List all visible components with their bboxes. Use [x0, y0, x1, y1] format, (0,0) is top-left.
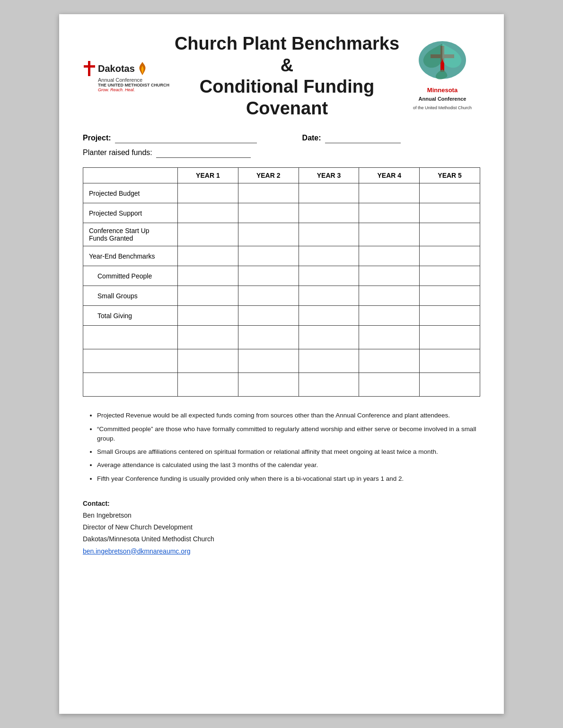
col-header-year3: YEAR 3: [299, 168, 359, 183]
minnesota-conf-logo-icon: [414, 41, 471, 84]
col-header-year5: YEAR 5: [420, 168, 480, 183]
contact-org: Dakotas/Minnesota United Methodist Churc…: [83, 533, 480, 545]
cell-pb-y2[interactable]: [238, 183, 299, 203]
cell-sg-y5[interactable]: [420, 286, 480, 306]
dakotas-name: Dakotas: [98, 64, 135, 73]
note-item: “Committed people” are those who have fo…: [97, 425, 480, 444]
table-row: Projected Support: [83, 203, 480, 223]
annual-conf-label: Annual Conference: [98, 77, 142, 83]
note-item: Small Groups are affiliations centered o…: [97, 447, 480, 457]
table-row: [83, 326, 480, 349]
cell-cp-y2[interactable]: [238, 266, 299, 286]
planter-label: Planter raised funds:: [83, 148, 152, 157]
cell-cs-y3[interactable]: [299, 223, 359, 246]
table-row: [83, 373, 480, 397]
cell-cs-y4[interactable]: [359, 223, 420, 246]
cell-yeb-y1[interactable]: [178, 246, 238, 266]
contact-name: Ben Ingebretson: [83, 510, 480, 521]
cell-ps-y5[interactable]: [420, 203, 480, 223]
umc-cross-flame-icon: [83, 60, 96, 77]
cell-sg-y3[interactable]: [299, 286, 359, 306]
cell-pb-y1[interactable]: [178, 183, 238, 203]
contact-email[interactable]: ben.ingebretson@dkmnareaumc.org: [83, 547, 190, 555]
cell-yeb-y5[interactable]: [420, 246, 480, 266]
grow-line: Grow. Reach. Heal.: [98, 87, 135, 92]
cell-tg-y3[interactable]: [299, 306, 359, 326]
col-header-year4: YEAR 4: [359, 168, 420, 183]
col-header-label: [83, 168, 178, 183]
date-input[interactable]: [325, 133, 401, 143]
cell-tg-y1[interactable]: [178, 306, 238, 326]
umc-line: THE UNITED METHODIST CHURCH: [98, 83, 169, 87]
cell-cs-y5[interactable]: [420, 223, 480, 246]
project-input[interactable]: [115, 133, 257, 143]
table-row: [83, 349, 480, 373]
cell-tg-y4[interactable]: [359, 306, 420, 326]
mn-conf-name: Minnesota: [427, 87, 457, 94]
planter-input[interactable]: [156, 148, 251, 158]
contact-title: Director of New Church Development: [83, 521, 480, 533]
cell-pb-y3[interactable]: [299, 183, 359, 203]
cell-sg-y4[interactable]: [359, 286, 420, 306]
cell-ps-y4[interactable]: [359, 203, 420, 223]
table-row: Committed People: [83, 266, 480, 286]
cell-cs-y1[interactable]: [178, 223, 238, 246]
dakotas-logo-area: Dakotas Annual Conference THE UNITED MET…: [83, 60, 169, 92]
dakotas-logo: Dakotas Annual Conference THE UNITED MET…: [83, 60, 169, 92]
table-row: Projected Budget: [83, 183, 480, 203]
cell-yeb-y2[interactable]: [238, 246, 299, 266]
cell-sg-y2[interactable]: [238, 286, 299, 306]
cell-ps-y1[interactable]: [178, 203, 238, 223]
cell-cp-y3[interactable]: [299, 266, 359, 286]
cell-tg-y5[interactable]: [420, 306, 480, 326]
minnesota-logo-area: Minnesota Annual Conference of the Unite…: [405, 41, 480, 111]
contact-label: Contact:: [83, 500, 110, 507]
col-header-year2: YEAR 2: [238, 168, 299, 183]
header: Dakotas Annual Conference THE UNITED MET…: [83, 33, 480, 119]
row-projected-budget: Projected Budget: [83, 183, 178, 203]
table-row: Small Groups: [83, 286, 480, 306]
mn-annual-conf: Annual Conference: [419, 96, 466, 102]
cell-sg-y1[interactable]: [178, 286, 238, 306]
col-header-year1: YEAR 1: [178, 168, 238, 183]
cell-cp-y4[interactable]: [359, 266, 420, 286]
note-item: Average attendance is calculated using t…: [97, 460, 480, 470]
row-projected-support: Projected Support: [83, 203, 178, 223]
cell-yeb-y4[interactable]: [359, 246, 420, 266]
table-row: Year-End Benchmarks: [83, 246, 480, 266]
document-title: Church Plant Benchmarks & Conditional Fu…: [169, 33, 405, 119]
note-item: Projected Revenue would be all expected …: [97, 411, 480, 420]
document-page: Dakotas Annual Conference THE UNITED MET…: [59, 14, 504, 714]
svg-rect-1: [84, 65, 95, 68]
flame-icon: [137, 61, 148, 76]
project-label: Project:: [83, 134, 111, 142]
project-date-row: Project: Date:: [83, 133, 480, 143]
cell-yeb-y3[interactable]: [299, 246, 359, 266]
table-row: Total Giving: [83, 306, 480, 326]
cell-ps-y2[interactable]: [238, 203, 299, 223]
table-row: Conference Start UpFunds Granted: [83, 223, 480, 246]
row-conf-startup: Conference Start UpFunds Granted: [83, 223, 178, 246]
row-year-end-benchmarks: Year-End Benchmarks: [83, 246, 178, 266]
row-committed-people: Committed People: [83, 266, 178, 286]
mn-conf-subtitle: of the United Methodist Church: [413, 105, 472, 110]
cell-pb-y4[interactable]: [359, 183, 420, 203]
cell-cs-y2[interactable]: [238, 223, 299, 246]
benchmarks-table: YEAR 1 YEAR 2 YEAR 3 YEAR 4 YEAR 5 Proje…: [83, 167, 480, 397]
contact-section: Contact: Ben Ingebretson Director of New…: [83, 498, 480, 557]
row-small-groups: Small Groups: [83, 286, 178, 306]
cell-tg-y2[interactable]: [238, 306, 299, 326]
cell-pb-y5[interactable]: [420, 183, 480, 203]
svg-rect-0: [88, 61, 90, 76]
planter-row: Planter raised funds:: [83, 148, 480, 158]
title-text: Church Plant Benchmarks & Conditional Fu…: [169, 33, 405, 119]
cell-ps-y3[interactable]: [299, 203, 359, 223]
notes-section: Projected Revenue would be all expected …: [83, 411, 480, 484]
cell-cp-y5[interactable]: [420, 266, 480, 286]
row-total-giving: Total Giving: [83, 306, 178, 326]
date-label: Date:: [302, 134, 321, 142]
note-item: Fifth year Conference funding is usually…: [97, 474, 480, 484]
cell-cp-y1[interactable]: [178, 266, 238, 286]
